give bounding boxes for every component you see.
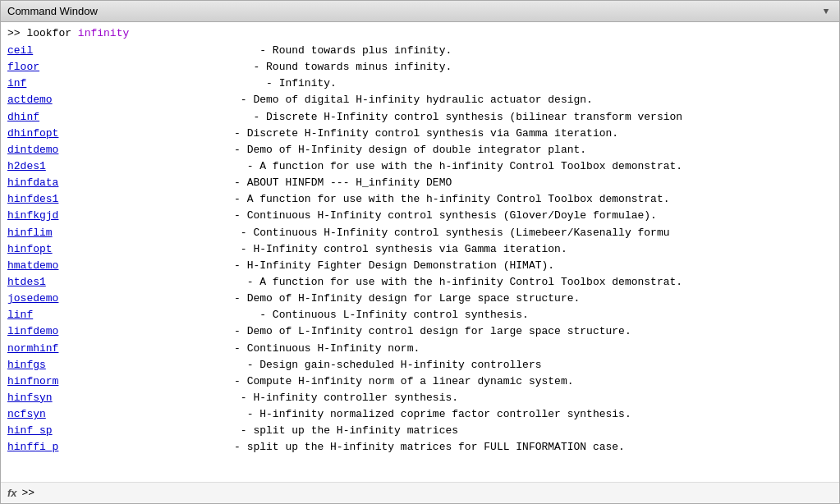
table-row: hinfkgjd - Continuous H-Infinity control…	[7, 208, 833, 224]
result-link[interactable]: hinfnorm	[7, 373, 106, 390]
table-row: htdes1 - A function for use with the h-i…	[7, 274, 833, 291]
result-link[interactable]: inf	[7, 76, 106, 92]
table-row: dintdemo - Demo of H-Infinity design of …	[7, 142, 833, 158]
titlebar: Command Window ▼	[1, 1, 839, 22]
footer-prompt: >>	[22, 487, 35, 499]
result-description: - ABOUT HINFDM --- H_infinity DEMO	[106, 175, 452, 191]
result-description: - split up the H-infinity matrices for F…	[106, 439, 625, 456]
result-description: - Continuous H-Infinity control synthesi…	[106, 208, 657, 224]
result-link[interactable]: htdes1	[7, 274, 106, 291]
result-link[interactable]: normhinf	[7, 341, 106, 357]
result-link[interactable]: actdemo	[7, 92, 106, 108]
result-link[interactable]: linfdemo	[7, 323, 106, 340]
result-description: - H-infinity controller synthesis.	[106, 390, 458, 406]
result-description: - Round towards plus infinity.	[106, 43, 452, 59]
result-description: - H-Infinity control synthesis via Gamma…	[106, 241, 567, 258]
table-row: h2des1 - A function for use with the h-i…	[7, 158, 833, 175]
result-description: - Demo of H-Infinity design for Large sp…	[106, 291, 580, 307]
table-row: linf - Continuous L-Infinity control syn…	[7, 307, 833, 323]
result-description: - Continuous L-Infinity control synthesi…	[106, 307, 529, 323]
result-link[interactable]: ceil	[7, 43, 106, 59]
result-description: - A function for use with the h-infinity…	[106, 158, 682, 175]
result-description: - Round towards minus infinity.	[106, 59, 452, 76]
result-description: - Demo of L-Infinity control design for …	[106, 323, 631, 340]
table-row: hinfdata - ABOUT HINFDM --- H_infinity D…	[7, 175, 833, 191]
command-line: >> lookfor infinity	[7, 27, 833, 39]
table-row: hmatdemo - H-Infinity Fighter Design Dem…	[7, 258, 833, 274]
fx-icon: fx	[7, 487, 17, 499]
footer: fx >>	[1, 482, 839, 503]
table-row: dhinf - Discrete H-Infinity control synt…	[7, 109, 833, 126]
table-row: floor - Round towards minus infinity.	[7, 59, 833, 76]
table-row: ceil - Round towards plus infinity.	[7, 43, 833, 59]
table-row: normhinf - Continuous H-Infinity norm.	[7, 341, 833, 357]
result-link[interactable]: dintdemo	[7, 142, 106, 158]
result-link[interactable]: hinfgs	[7, 357, 106, 373]
result-description: - Demo of digital H-infinity hydraulic a…	[106, 92, 593, 108]
result-link[interactable]: hinffi_p	[7, 439, 106, 456]
result-description: - H-infinity normalized coprime factor c…	[106, 406, 631, 423]
result-link[interactable]: linf	[7, 307, 106, 323]
window-title: Command Window	[7, 5, 98, 17]
command-keyword: lookfor	[26, 27, 71, 39]
content-area: >> lookfor infinity ceil - Round towards…	[1, 22, 839, 482]
table-row: hinfdes1 - A function for use with the h…	[7, 191, 833, 208]
table-row: actdemo - Demo of digital H-infinity hyd…	[7, 92, 833, 108]
table-row: hinfgs - Design gain-scheduled H-infinit…	[7, 357, 833, 373]
result-link[interactable]: hmatdemo	[7, 258, 106, 274]
result-description: - Design gain-scheduled H-infinity contr…	[106, 357, 542, 373]
result-description: - Discrete H-Infinity control synthesis …	[106, 109, 682, 126]
result-link[interactable]: h2des1	[7, 158, 106, 175]
table-row: hinffi_p - split up the H-infinity matri…	[7, 439, 833, 456]
result-description: - H-Infinity Fighter Design Demonstratio…	[106, 258, 554, 274]
table-row: linfdemo - Demo of L-Infinity control de…	[7, 323, 833, 340]
result-description: - Discrete H-Infinity control synthesis …	[106, 126, 618, 142]
result-link[interactable]: hinflim	[7, 225, 106, 241]
result-link[interactable]: dhinfopt	[7, 126, 106, 142]
command-window: Command Window ▼ >> lookfor infinity cei…	[0, 0, 840, 504]
table-row: josedemo - Demo of H-Infinity design for…	[7, 291, 833, 307]
result-description: - Compute H-infinity norm of a linear dy…	[106, 373, 574, 390]
result-link[interactable]: hinfsyn	[7, 390, 106, 406]
result-description: - Demo of H-Infinity design of double in…	[106, 142, 586, 158]
result-description: - A function for use with the h-infinity…	[106, 191, 670, 208]
results-table: ceil - Round towards plus infinity.floor…	[7, 43, 833, 456]
result-link[interactable]: hinfkgjd	[7, 208, 106, 224]
table-row: dhinfopt - Discrete H-Infinity control s…	[7, 126, 833, 142]
table-row: hinfsyn - H-infinity controller synthesi…	[7, 390, 833, 406]
result-link[interactable]: hinfopt	[7, 241, 106, 258]
result-link[interactable]: ncfsyn	[7, 406, 106, 423]
result-link[interactable]: hinfdata	[7, 175, 106, 191]
prompt-symbol: >>	[7, 27, 26, 39]
scroll-down-icon[interactable]: ▼	[819, 5, 833, 18]
result-link[interactable]: hinf_sp	[7, 423, 106, 439]
table-row: hinfnorm - Compute H-infinity norm of a …	[7, 373, 833, 390]
result-description: - A function for use with the h-infinity…	[106, 274, 682, 291]
table-row: hinf_sp - split up the H-infinity matric…	[7, 423, 833, 439]
table-row: inf - Infinity.	[7, 76, 833, 92]
result-link[interactable]: hinfdes1	[7, 191, 106, 208]
result-link[interactable]: josedemo	[7, 291, 106, 307]
table-row: hinfopt - H-Infinity control synthesis v…	[7, 241, 833, 258]
result-description: - split up the H-infinity matrices	[106, 423, 458, 439]
result-description: - Continuous H-Infinity control synthesi…	[106, 225, 670, 241]
result-description: - Infinity.	[106, 76, 337, 92]
table-row: hinflim - Continuous H-Infinity control …	[7, 225, 833, 241]
table-row: ncfsyn - H-infinity normalized coprime f…	[7, 406, 833, 423]
result-link[interactable]: floor	[7, 59, 106, 76]
command-argument: infinity	[78, 27, 129, 39]
result-link[interactable]: dhinf	[7, 109, 106, 126]
result-description: - Continuous H-Infinity norm.	[106, 341, 420, 357]
